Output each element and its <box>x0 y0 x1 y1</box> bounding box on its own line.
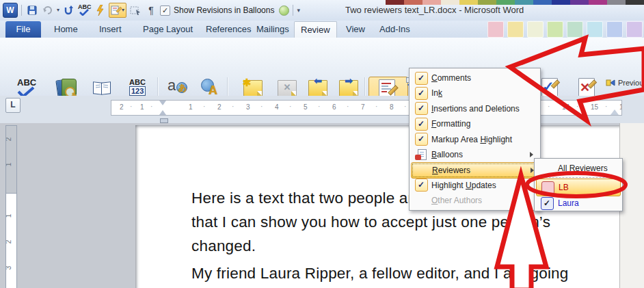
tab-view[interactable]: View <box>340 21 371 38</box>
artifact-color <box>422 0 441 5</box>
tab-references[interactable]: References <box>200 21 257 38</box>
markup-balloon-area <box>619 123 644 288</box>
menu-item-label: Other Authors <box>431 196 537 205</box>
tab-page-layout[interactable]: Page Layout <box>137 21 199 38</box>
checked-checkbox-icon[interactable]: ✓ <box>415 179 428 192</box>
word-window: W ▾ ABC ▾ <box>0 0 644 288</box>
ruler-number: 2 <box>5 138 12 142</box>
dropdown-caret-icon[interactable]: ▾ <box>122 8 124 13</box>
ruler-tick: · <box>404 103 406 110</box>
checked-checkbox-icon[interactable]: ✓ <box>415 72 428 85</box>
ruler-number: 1 <box>5 163 12 167</box>
ribbon: ABC Spelling &Grammar Research <box>0 38 644 96</box>
artifact-color <box>386 0 404 5</box>
ruler-number: 6 <box>332 103 336 111</box>
menu-item-comments[interactable]: ✓Comments <box>411 70 537 86</box>
tab-add-ins[interactable]: Add-Ins <box>373 21 416 38</box>
menu-item-label: Markup Area Highlight <box>431 135 537 144</box>
select-object-icon[interactable] <box>129 3 142 17</box>
previous-change-icon <box>606 79 616 87</box>
word-logo-icon[interactable]: W <box>3 3 18 18</box>
lightning-icon[interactable] <box>93 3 107 17</box>
ruler-number: 16 <box>619 103 622 111</box>
artifact-swatch <box>547 21 563 38</box>
menu-item-gutter: ✓ <box>411 118 431 131</box>
submenu-item-all-reviewers[interactable]: All Reviewers <box>536 161 619 176</box>
tab-home[interactable]: Home <box>48 21 84 38</box>
ruler-number: 1 <box>189 103 193 111</box>
unchecked-checkbox-icon[interactable] <box>541 181 554 194</box>
tab-file[interactable]: File <box>5 21 41 38</box>
menu-item-other-authors[interactable]: Other Authors <box>411 193 537 208</box>
document-text-line: changed. <box>191 237 256 255</box>
tab-insert[interactable]: Insert <box>93 21 128 38</box>
checked-checkbox-icon[interactable]: ✓ <box>415 118 428 131</box>
ruler-number: 7 <box>361 103 365 111</box>
spelling-icon[interactable]: ABC <box>77 3 91 17</box>
checked-checkbox-icon[interactable]: ✓ <box>541 197 554 210</box>
menu-item-label: Formatting <box>431 119 537 129</box>
submenu-item-reviewer-laura[interactable]: ✓Laura <box>536 196 619 211</box>
window-title: Two reviewers text_LR.docx - Microsoft W… <box>345 5 524 15</box>
customize-qat-caret-icon[interactable]: ▾ <box>297 8 300 13</box>
ruler-number: 3 <box>5 266 12 270</box>
tab-mailings[interactable]: Mailings <box>250 21 295 38</box>
track-changes-quick-icon[interactable]: ▾ <box>109 3 126 18</box>
ruler-row: L 2·1·1·2·3·4·5·6·7·8·9·10·11·12·13·14·1… <box>0 96 644 123</box>
checked-checkbox-icon[interactable]: ✓ <box>415 102 428 115</box>
ruler-number: 2 <box>120 103 124 111</box>
redo-icon[interactable] <box>62 3 75 17</box>
artifact-color <box>589 0 607 5</box>
first-line-indent-marker[interactable] <box>159 101 166 105</box>
background-artifact <box>386 0 644 5</box>
checked-checkbox-icon[interactable]: ✓ <box>415 87 428 100</box>
menu-item-gutter: ✓ <box>411 133 431 146</box>
left-indent-marker[interactable] <box>160 118 168 123</box>
title-bar: W ▾ ABC ▾ <box>0 0 644 21</box>
artifact-color <box>478 0 496 5</box>
artifact-swatch <box>527 21 544 38</box>
balloon-bubble <box>415 155 421 160</box>
artifact-color <box>570 0 589 5</box>
ruler-tick: · <box>203 103 205 110</box>
menu-item-label: Comments <box>431 73 537 83</box>
show-revisions-checkbox[interactable]: ✓ <box>160 5 170 16</box>
ribbon-tab-row: File HomeInsertPage LayoutReferencesMail… <box>0 21 644 38</box>
menu-item-label: Reviewers <box>432 166 531 175</box>
vertical-ruler[interactable]: 21123 <box>5 125 17 288</box>
ruler-number: 15 <box>591 103 598 111</box>
checked-checkbox-icon[interactable]: ✓ <box>415 133 428 146</box>
ruler-tick: · <box>150 103 152 110</box>
ruler-tick: · <box>548 103 550 110</box>
artifact-swatch <box>606 21 623 38</box>
horizontal-ruler[interactable]: 2·1·1·2·3·4·5·6·7·8·9·10·11·12·13·14·15·… <box>111 100 622 116</box>
menu-item-insertions-and-deletions[interactable]: ✓Insertions and Deletions <box>411 101 537 116</box>
reviewers-submenu: All ReviewersLB✓Laura <box>534 158 623 211</box>
show-revisions-label: Show Revisions in Balloons <box>174 5 274 15</box>
undo-icon[interactable] <box>41 3 55 17</box>
menu-item-ink[interactable]: ✓Ink <box>411 86 537 101</box>
background-artifact-palette <box>487 21 643 36</box>
menu-item-gutter: ✓ <box>411 87 431 100</box>
menu-item-markup-area-highlight[interactable]: ✓Markup Area Highlight <box>411 132 537 147</box>
save-icon[interactable] <box>25 3 39 17</box>
tab-selector[interactable]: L <box>5 98 21 113</box>
submenu-arrow-icon <box>530 152 533 157</box>
submenu-item-gutter <box>537 181 559 194</box>
right-indent-marker[interactable] <box>611 109 619 115</box>
menu-item-label: Insertions and Deletions <box>431 104 537 114</box>
menu-item-formatting[interactable]: ✓Formatting <box>411 116 537 131</box>
submenu-item-reviewer-lb[interactable]: LB <box>536 179 621 196</box>
hanging-indent-marker[interactable] <box>159 110 166 115</box>
pilcrow-icon[interactable]: ¶ <box>144 3 158 17</box>
ruler-tick: · <box>318 103 320 110</box>
ruler-number: 14 <box>562 103 569 111</box>
tab-review[interactable]: Review <box>294 21 337 38</box>
menu-item-highlight-updates[interactable]: ✓Highlight Updates <box>411 178 537 193</box>
ruler-number: 8 <box>390 103 394 111</box>
ruler-number: 3 <box>246 103 250 111</box>
menu-item-reviewers[interactable]: Reviewers <box>411 162 539 179</box>
menu-item-balloons[interactable]: Balloons <box>411 147 537 162</box>
undo-caret-icon[interactable]: ▾ <box>57 8 59 13</box>
previous-change-button[interactable]: Previous <box>606 79 644 87</box>
